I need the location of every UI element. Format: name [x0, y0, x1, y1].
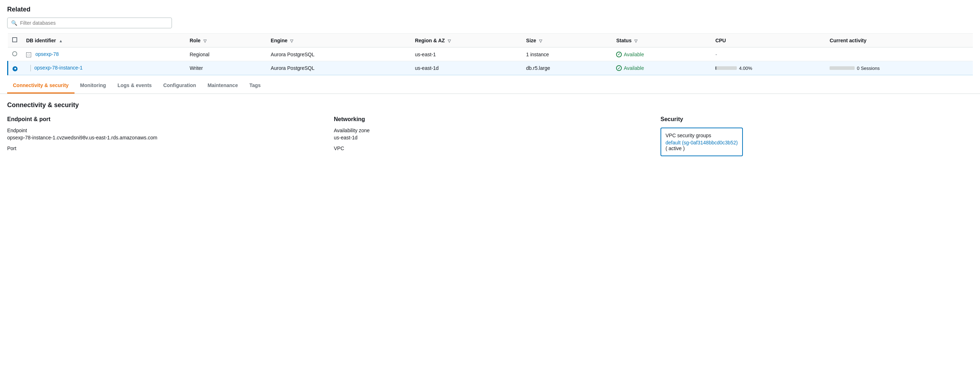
- vpc-label: VPC: [334, 145, 646, 151]
- security-group-link[interactable]: default (sg-0af3148bbcd0c3b52): [665, 140, 738, 145]
- cell-size-cluster: 1 instance: [522, 47, 612, 61]
- col-header-checkbox: [8, 34, 22, 48]
- cell-engine-cluster: Aurora PostgreSQL: [266, 47, 411, 61]
- page-container: Related 🔍 DB identifier ▲ Role: [0, 0, 980, 387]
- col-header-status[interactable]: Status ▽: [612, 34, 711, 48]
- col-header-db-identifier[interactable]: DB identifier ▲: [22, 34, 185, 48]
- expand-icon[interactable]: □: [26, 52, 31, 57]
- security-box: VPC security groups default (sg-0af3148b…: [660, 127, 743, 156]
- networking-section: Networking Availability zone us-east-1d …: [334, 116, 646, 156]
- vpc-security-groups-label: VPC security groups: [665, 132, 738, 138]
- col-header-role[interactable]: Role ▽: [185, 34, 266, 48]
- col-header-region-az[interactable]: Region & AZ ▽: [410, 34, 522, 48]
- table-header-row: DB identifier ▲ Role ▽ Engine ▽ Region &…: [8, 34, 973, 48]
- col-header-cpu: CPU: [711, 34, 825, 48]
- col-header-engine[interactable]: Engine ▽: [266, 34, 411, 48]
- tab-connectivity-security[interactable]: Connectivity & security: [7, 78, 75, 94]
- cell-region-instance: us-east-1d: [410, 61, 522, 75]
- cpu-bar-fill: [715, 66, 716, 70]
- cell-activity-instance: 0 Sessions: [825, 61, 973, 75]
- status-available-icon: ✓: [616, 52, 622, 57]
- availability-zone-label: Availability zone: [334, 127, 646, 133]
- cell-cpu-instance: 4.00%: [711, 61, 825, 75]
- cpu-bar: [715, 66, 737, 70]
- filter-bar: 🔍: [7, 18, 172, 28]
- search-icon: 🔍: [11, 20, 17, 26]
- filter-icon-engine: ▽: [290, 39, 293, 43]
- endpoint-port-section-title: Endpoint & port: [7, 116, 320, 123]
- radio-unselected-icon[interactable]: [12, 51, 17, 56]
- status-available-icon-instance: ✓: [616, 65, 622, 71]
- security-group-status: ( active ): [665, 145, 685, 151]
- cell-region-cluster: us-east-1: [410, 47, 522, 61]
- connectivity-security-title: Connectivity & security: [7, 101, 973, 109]
- cell-role-instance: Writer: [185, 61, 266, 75]
- tabs-container: Connectivity & security Monitoring Logs …: [0, 78, 980, 94]
- cell-engine-instance: Aurora PostgreSQL: [266, 61, 411, 75]
- endpoint-value: opsexp-78-instance-1.cvzwedsni98v.us-eas…: [7, 135, 320, 140]
- cell-radio-cluster[interactable]: [8, 47, 22, 61]
- cell-activity-cluster: [825, 47, 973, 61]
- cell-status-instance: ✓ Available: [612, 61, 711, 75]
- col-header-size[interactable]: Size ▽: [522, 34, 612, 48]
- tab-maintenance[interactable]: Maintenance: [202, 78, 243, 94]
- sessions-bar: [830, 66, 854, 70]
- cell-status-cluster: ✓ Available: [612, 47, 711, 61]
- filter-icon-status: ▽: [634, 39, 637, 43]
- header-checkbox-icon[interactable]: [12, 37, 17, 42]
- sort-asc-icon: ▲: [59, 39, 63, 43]
- sessions-label: 0 Sessions: [857, 65, 880, 71]
- filter-databases-input[interactable]: [20, 20, 168, 26]
- radio-selected-icon[interactable]: [13, 66, 18, 71]
- cell-role-cluster: Regional: [185, 47, 266, 61]
- tab-tags[interactable]: Tags: [243, 78, 266, 94]
- cell-db-id-cluster: □ opsexp-78: [22, 47, 185, 61]
- db-identifier-link[interactable]: opsexp-78: [35, 51, 59, 57]
- tab-configuration[interactable]: Configuration: [158, 78, 202, 94]
- filter-icon-role: ▽: [204, 39, 206, 43]
- endpoint-label: Endpoint: [7, 127, 320, 133]
- filter-icon-size: ▽: [539, 39, 542, 43]
- db-identifier-instance-link[interactable]: opsexp-78-instance-1: [34, 65, 83, 71]
- tab-monitoring[interactable]: Monitoring: [75, 78, 112, 94]
- endpoint-port-section: Endpoint & port Endpoint opsexp-78-insta…: [7, 116, 320, 156]
- col-header-current-activity: Current activity: [825, 34, 973, 48]
- cpu-percent-label: 4.00%: [739, 65, 752, 71]
- port-label: Port: [7, 145, 320, 151]
- networking-section-title: Networking: [334, 116, 646, 123]
- table-row: □ opsexp-78 Regional Aurora PostgreSQL u…: [8, 47, 973, 61]
- security-section-title: Security: [660, 116, 973, 123]
- cell-size-instance: db.r5.large: [522, 61, 612, 75]
- table-row: opsexp-78-instance-1 Writer Aurora Postg…: [8, 61, 973, 75]
- security-section: Security VPC security groups default (sg…: [660, 116, 973, 156]
- filter-icon-region: ▽: [448, 39, 450, 43]
- db-table: DB identifier ▲ Role ▽ Engine ▽ Region &…: [7, 33, 973, 75]
- connectivity-security-panel: Connectivity & security Endpoint & port …: [0, 94, 980, 163]
- tab-logs-events[interactable]: Logs & events: [112, 78, 158, 94]
- availability-zone-value: us-east-1d: [334, 135, 646, 140]
- related-section: Related 🔍 DB identifier ▲ Role: [0, 0, 980, 75]
- cell-radio-instance[interactable]: [8, 61, 22, 75]
- cell-cpu-cluster: -: [711, 47, 825, 61]
- connectivity-grid: Endpoint & port Endpoint opsexp-78-insta…: [7, 116, 973, 156]
- cell-db-id-instance: opsexp-78-instance-1: [22, 61, 185, 75]
- related-title: Related: [7, 6, 973, 13]
